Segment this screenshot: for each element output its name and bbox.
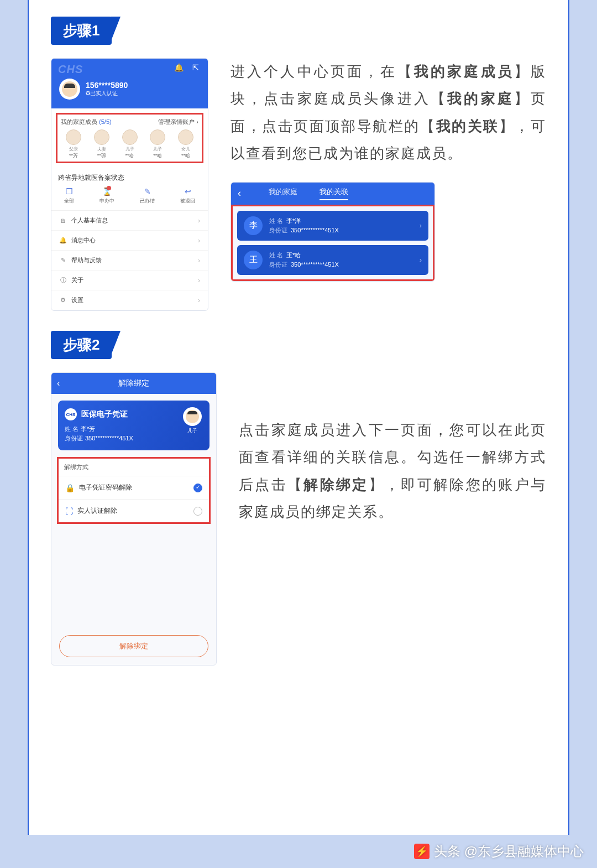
status-被退回[interactable]: ↩ 被退回 — [180, 187, 195, 205]
tab-my-relations[interactable]: 我的关联 — [320, 187, 348, 200]
status-icon: ↩ — [185, 187, 191, 196]
menu-icon: 🔔 — [59, 237, 67, 244]
status-icon: ✎ — [144, 187, 151, 196]
menu-item[interactable]: 🔔消息中心 › — [51, 231, 208, 251]
step1-description: 进入个人中心页面，在【我的家庭成员】版块，点击家庭成员头像进入【我的家庭】页面，… — [231, 58, 546, 168]
member-avatar-icon — [66, 129, 81, 145]
step1-badge: 步骤1 — [51, 17, 112, 45]
unbind-button[interactable]: 解除绑定 — [59, 635, 208, 657]
family-member[interactable]: 儿子 **哈 — [117, 129, 143, 159]
menu-icon: ⚙ — [59, 297, 67, 304]
menu-icon: ⓘ — [59, 276, 67, 284]
card-title: 医保电子凭证 — [81, 409, 128, 419]
menu-item[interactable]: ⓘ关于 › — [51, 271, 208, 290]
app-logo: CHS — [58, 63, 83, 76]
chevron-right-icon: › — [198, 277, 200, 284]
verified-badge: ✪已实人认证 — [86, 90, 128, 97]
family-title: 我的家庭成员 — [61, 118, 97, 125]
chs-logo-icon: CHS — [65, 408, 77, 420]
card-id: 350**********451X — [85, 435, 133, 441]
unbind-option-password[interactable]: 🔒电子凭证密码解除 — [59, 476, 209, 500]
card-name: 李*芳 — [81, 425, 95, 432]
filing-status-title: 跨省异地就医备案状态 — [51, 168, 208, 185]
header-icons: 🔔 ⇱ — [174, 63, 202, 72]
toutiao-icon: ⚡ — [414, 844, 430, 859]
family-member[interactable]: 夫妻 **琼 — [89, 129, 114, 159]
relation-avatar-icon: 李 — [244, 216, 263, 235]
member-avatar-icon — [178, 129, 193, 145]
menu-icon: 🗎 — [59, 217, 67, 224]
relation-item[interactable]: 王 姓 名王*哈 身份证350**********451X › — [237, 245, 428, 275]
back-icon[interactable]: ‹ — [57, 378, 60, 388]
manage-family-link[interactable]: 管理亲情账户 › — [158, 118, 198, 126]
unbind-option-realname[interactable]: ⛶实人认证解除 — [59, 500, 209, 522]
watermark: ⚡ 头条 @东乡县融媒体中心 — [414, 843, 584, 860]
member-avatar-icon — [122, 129, 138, 145]
status-已办结[interactable]: ✎ 已办结 — [140, 187, 155, 205]
menu-item[interactable]: 🗎个人基本信息 › — [51, 211, 208, 231]
profile-block[interactable]: 156****5890 ✪已实人认证 — [59, 79, 128, 100]
page-title: 解除绑定 — [118, 378, 149, 387]
radio-checked-icon[interactable] — [193, 484, 202, 492]
family-member[interactable]: 女儿 **哈 — [173, 129, 198, 159]
status-全部[interactable]: ❐ 全部 — [64, 187, 74, 205]
member-avatar-icon — [150, 129, 165, 145]
family-members-panel: 我的家庭成员 (5/5) 管理亲情账户 › 父亲 **芳 夫妻 **琼 儿子 *… — [56, 113, 203, 163]
menu-item[interactable]: ⚙设置 › — [51, 290, 208, 310]
relation-avatar: 儿子 — [183, 407, 202, 434]
radio-unchecked-icon[interactable] — [193, 507, 202, 516]
menu-item[interactable]: ✎帮助与反馈 › — [51, 251, 208, 271]
family-member[interactable]: 儿子 **哈 — [145, 129, 170, 159]
step2-description: 点击家庭成员进入下一页面，您可以在此页面查看详细的关联信息。勾选任一解绑方式后点… — [239, 417, 546, 526]
chevron-right-icon: › — [198, 237, 200, 245]
family-member[interactable]: 父亲 **芳 — [61, 129, 86, 159]
relation-avatar-icon: 王 — [244, 251, 263, 269]
relation-item[interactable]: 李 姓 名李*洋 身份证350**********451X › — [237, 211, 428, 241]
tab-my-family[interactable]: 我的家庭 — [269, 187, 297, 200]
lock-icon: 🔒 — [65, 484, 75, 492]
back-icon[interactable]: ‹ — [238, 188, 241, 199]
menu-icon: ✎ — [59, 257, 67, 264]
chevron-right-icon: › — [198, 217, 200, 225]
chevron-right-icon: › — [198, 297, 200, 304]
unbind-section-title: 解绑方式 — [59, 459, 209, 476]
screenshot-unbind: ‹ 解除绑定 CHS 医保电子凭证 姓 名李*芳 身份证350*********… — [51, 372, 217, 666]
family-count: (5/5) — [99, 118, 112, 125]
step2-badge: 步骤2 — [51, 331, 112, 359]
status-icon: ❐ — [66, 187, 73, 196]
scan-icon: ⛶ — [65, 507, 73, 516]
notification-dot-icon — [107, 186, 111, 190]
chevron-right-icon: › — [420, 256, 422, 264]
chevron-right-icon: › — [198, 257, 200, 264]
chevron-right-icon: › — [420, 221, 422, 230]
screenshot-personal-center: CHS 🔔 ⇱ 156****5890 ✪已实人认证 我的家庭成员 (5/5) … — [51, 58, 208, 311]
screenshot-my-relations: ‹ 我的家庭 我的关联 李 姓 名李*洋 身份证350**********451… — [231, 182, 435, 282]
member-avatar-icon — [94, 129, 109, 145]
insurance-card: CHS 医保电子凭证 姓 名李*芳 身份证350**********451X 儿… — [58, 401, 210, 450]
profile-phone: 156****5890 — [86, 81, 128, 90]
status-申办中[interactable]: ⌛ 申办中 — [100, 187, 114, 205]
avatar-icon — [59, 79, 80, 100]
